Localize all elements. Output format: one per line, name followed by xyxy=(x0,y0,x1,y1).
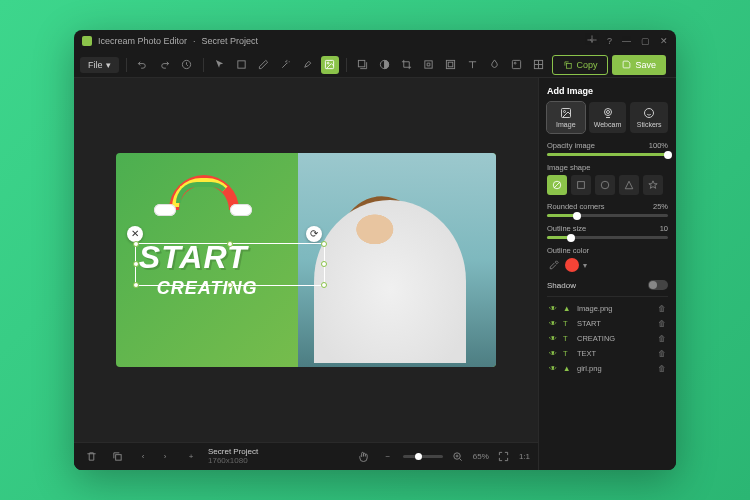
shape-square[interactable] xyxy=(571,175,591,195)
crop-icon[interactable] xyxy=(398,56,416,74)
canvas-person xyxy=(314,200,466,362)
rounded-slider[interactable] xyxy=(547,214,668,217)
text-icon: T xyxy=(563,349,573,358)
delete-layer-icon[interactable]: 🗑 xyxy=(658,334,666,343)
pen-icon[interactable] xyxy=(255,56,273,74)
copy-button[interactable]: Copy xyxy=(552,55,608,75)
zoom-slider[interactable] xyxy=(403,455,443,458)
eyedropper-icon[interactable] xyxy=(547,258,561,272)
shadow-toggle[interactable] xyxy=(648,280,668,290)
tab-webcam[interactable]: Webcam xyxy=(589,102,627,133)
chevron-down-icon[interactable]: ▾ xyxy=(583,261,587,270)
opacity-label: Opacity image xyxy=(547,141,595,150)
layer-item[interactable]: 👁▲Image.png🗑 xyxy=(547,301,668,316)
brush-icon[interactable] xyxy=(299,56,317,74)
svg-rect-13 xyxy=(567,63,572,68)
cursor-icon[interactable] xyxy=(211,56,229,74)
outline-size-label: Outline size xyxy=(547,224,586,233)
filter-icon[interactable] xyxy=(508,56,526,74)
layer-item[interactable]: 👁TSTART🗑 xyxy=(547,316,668,331)
image-icon: ▲ xyxy=(563,364,573,373)
opacity-slider[interactable] xyxy=(547,153,668,156)
help-icon[interactable]: ? xyxy=(607,36,612,46)
frame-icon[interactable] xyxy=(442,56,460,74)
layer-item[interactable]: 👁▲girl.png🗑 xyxy=(547,361,668,376)
drop-icon[interactable] xyxy=(486,56,504,74)
zoom-in-icon[interactable] xyxy=(449,448,467,466)
app-name: Icecream Photo Editor xyxy=(98,36,187,46)
delete-layer-icon[interactable]: 🗑 xyxy=(658,304,666,313)
adjust-icon[interactable] xyxy=(376,56,394,74)
layers-icon[interactable] xyxy=(354,56,372,74)
delete-layer-icon[interactable]: 🗑 xyxy=(658,319,666,328)
visibility-icon: 👁 xyxy=(549,319,559,328)
svg-rect-7 xyxy=(425,61,432,68)
svg-rect-10 xyxy=(512,60,520,68)
minimize-icon[interactable]: — xyxy=(622,36,631,46)
cloud-sticker xyxy=(230,204,252,216)
settings-icon[interactable] xyxy=(587,35,597,47)
shape-circle[interactable] xyxy=(595,175,615,195)
prev-page-icon[interactable]: ‹ xyxy=(134,448,152,466)
undo-icon[interactable] xyxy=(134,56,152,74)
tab-stickers[interactable]: Stickers xyxy=(630,102,668,133)
visibility-icon: 👁 xyxy=(549,364,559,373)
tab-image[interactable]: Image xyxy=(547,102,585,133)
trash-icon[interactable] xyxy=(82,448,100,466)
add-image-icon[interactable] xyxy=(321,56,339,74)
ratio-value: 1:1 xyxy=(519,452,530,461)
add-page-icon[interactable]: + xyxy=(182,448,200,466)
canvas-text-1[interactable]: START xyxy=(139,239,258,276)
status-bar: ‹ › + Secret Project 1760x1080 − 65% 1:1 xyxy=(74,442,538,470)
canvas[interactable]: START CREATING ✕ ⟳ xyxy=(116,153,496,367)
history-icon[interactable] xyxy=(178,56,196,74)
text-icon: T xyxy=(563,319,573,328)
next-page-icon[interactable]: › xyxy=(156,448,174,466)
canvas-text-2[interactable]: CREATING xyxy=(157,278,258,299)
rainbow-sticker[interactable] xyxy=(169,175,239,210)
rounded-label: Rounded corners xyxy=(547,202,605,211)
file-menu[interactable]: File▾ xyxy=(80,57,119,73)
resize-icon[interactable] xyxy=(420,56,438,74)
svg-rect-9 xyxy=(448,62,453,67)
delete-layer-icon[interactable]: 🗑 xyxy=(658,349,666,358)
shape-star[interactable] xyxy=(643,175,663,195)
visibility-icon: 👁 xyxy=(549,304,559,313)
save-button[interactable]: Save xyxy=(612,55,666,75)
svg-point-23 xyxy=(601,181,609,189)
hand-icon[interactable] xyxy=(355,448,373,466)
text-icon: T xyxy=(563,334,573,343)
project-name: Secret Project xyxy=(202,36,259,46)
duplicate-icon[interactable] xyxy=(108,448,126,466)
footer-dimensions: 1760x1080 xyxy=(208,457,258,466)
delete-layer-icon[interactable]: 🗑 xyxy=(658,364,666,373)
svg-rect-8 xyxy=(446,60,454,68)
shape-label: Image shape xyxy=(547,163,590,172)
layer-item[interactable]: 👁TTEXT🗑 xyxy=(547,346,668,361)
app-logo xyxy=(82,36,92,46)
maximize-icon[interactable]: ▢ xyxy=(641,36,650,46)
text-icon[interactable] xyxy=(464,56,482,74)
outline-color-swatch[interactable] xyxy=(565,258,579,272)
zoom-out-icon[interactable]: − xyxy=(379,448,397,466)
layer-item[interactable]: 👁TCREATING🗑 xyxy=(547,331,668,346)
sidebar-title: Add Image xyxy=(547,86,668,96)
cloud-sticker xyxy=(154,204,176,216)
svg-point-4 xyxy=(327,62,329,64)
rounded-value: 25% xyxy=(653,202,668,211)
grid-icon[interactable] xyxy=(530,56,548,74)
redo-icon[interactable] xyxy=(156,56,174,74)
wand-icon[interactable] xyxy=(277,56,295,74)
shape-icon[interactable] xyxy=(233,56,251,74)
shape-triangle[interactable] xyxy=(619,175,639,195)
shape-none[interactable] xyxy=(547,175,567,195)
visibility-icon: 👁 xyxy=(549,334,559,343)
fullscreen-icon[interactable] xyxy=(495,448,513,466)
selection-rotate-icon[interactable]: ⟳ xyxy=(306,226,322,242)
zoom-value: 65% xyxy=(473,452,489,461)
svg-rect-22 xyxy=(578,182,585,189)
svg-point-11 xyxy=(514,62,516,64)
close-icon[interactable]: ✕ xyxy=(660,36,668,46)
outline-size-slider[interactable] xyxy=(547,236,668,239)
outline-color-label: Outline color xyxy=(547,246,589,255)
